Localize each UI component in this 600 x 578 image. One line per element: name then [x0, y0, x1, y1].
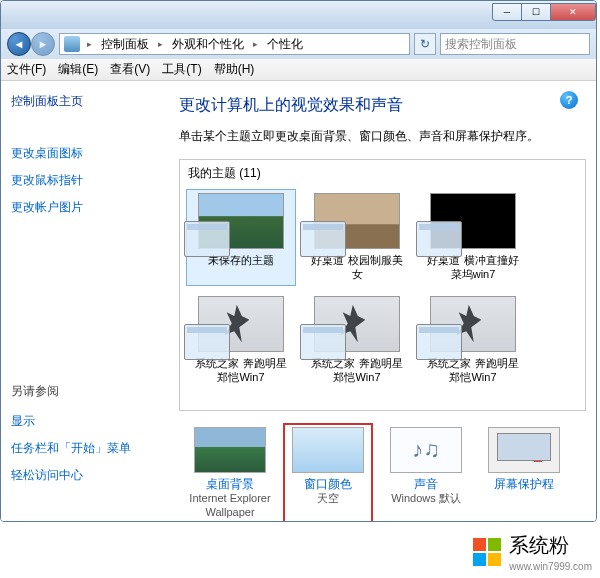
- theme-item[interactable]: 系统之家 奔跑明星郑恺Win7: [186, 292, 296, 389]
- window-preview-icon: [184, 221, 230, 257]
- theme-label: 系统之家 奔跑明星郑恺Win7: [306, 356, 408, 385]
- watermark: 系统粉 www.win7999.com: [473, 532, 592, 572]
- chevron-right-icon: ▸: [155, 39, 166, 49]
- sidebar-link-mouse-pointers[interactable]: 更改鼠标指针: [11, 167, 151, 194]
- menu-bar: 文件(F) 编辑(E) 查看(V) 工具(T) 帮助(H): [1, 59, 596, 81]
- sidebar-home[interactable]: 控制面板主页: [11, 93, 151, 110]
- menu-file[interactable]: 文件(F): [7, 61, 46, 78]
- search-placeholder: 搜索控制面板: [445, 36, 517, 53]
- menu-tools[interactable]: 工具(T): [162, 61, 201, 78]
- theme-item[interactable]: 系统之家 奔跑明星郑恺Win7: [302, 292, 412, 389]
- setting-title: 屏幕保护程: [494, 477, 554, 492]
- breadcrumb[interactable]: ▸ 控制面板 ▸ 外观和个性化 ▸ 个性化: [59, 33, 410, 55]
- setting-screensaver[interactable]: 屏幕保护程: [479, 423, 569, 521]
- refresh-button[interactable]: ↻: [414, 33, 436, 55]
- explorer-window: ─ ☐ ✕ ◄ ► ▸ 控制面板 ▸ 外观和个性化 ▸ 个性化 ↻ 搜索控制面板…: [0, 0, 597, 522]
- window-preview-icon: [416, 221, 462, 257]
- page-subtitle: 单击某个主题立即更改桌面背景、窗口颜色、声音和屏幕保护程序。: [179, 128, 586, 145]
- forward-button[interactable]: ►: [31, 32, 55, 56]
- personalization-icon: [64, 36, 80, 52]
- sidebar-link-desktop-icons[interactable]: 更改桌面图标: [11, 140, 151, 167]
- menu-help[interactable]: 帮助(H): [214, 61, 255, 78]
- setting-value: Internet Explorer Wallpaper: [189, 492, 271, 520]
- main-panel: ? 更改计算机上的视觉效果和声音 单击某个主题立即更改桌面背景、窗口颜色、声音和…: [161, 81, 596, 521]
- setting-title: 声音: [414, 477, 438, 492]
- theme-label: 好桌道 横冲直撞好菜坞win7: [422, 253, 524, 282]
- close-button[interactable]: ✕: [550, 3, 596, 21]
- menu-edit[interactable]: 编辑(E): [58, 61, 98, 78]
- setting-value: 天空: [317, 492, 339, 506]
- see-also-title: 另请参阅: [11, 383, 151, 400]
- setting-sound[interactable]: ♪♫声音Windows 默认: [381, 423, 471, 521]
- themes-header: 我的主题 (11): [180, 160, 585, 187]
- theme-label: 好桌道 校园制服美女: [306, 253, 408, 282]
- theme-item[interactable]: 好桌道 校园制服美女: [302, 189, 412, 286]
- titlebar[interactable]: ─ ☐ ✕: [1, 1, 596, 29]
- minimize-button[interactable]: ─: [492, 3, 522, 21]
- see-also-display[interactable]: 显示: [11, 408, 151, 435]
- content-area: 控制面板主页 更改桌面图标 更改鼠标指针 更改帐户图片 另请参阅 显示 任务栏和…: [1, 81, 596, 521]
- menu-view[interactable]: 查看(V): [110, 61, 150, 78]
- settings-row: 桌面背景Internet Explorer Wallpaper窗口颜色天空♪♫声…: [179, 423, 586, 521]
- sidebar: 控制面板主页 更改桌面图标 更改鼠标指针 更改帐户图片 另请参阅 显示 任务栏和…: [1, 81, 161, 521]
- back-button[interactable]: ◄: [7, 32, 31, 56]
- setting-value: Windows 默认: [391, 492, 461, 506]
- search-input[interactable]: 搜索控制面板: [440, 33, 590, 55]
- logo-icon: [473, 538, 501, 566]
- brand-url: www.win7999.com: [509, 561, 592, 572]
- sidebar-link-account-picture[interactable]: 更改帐户图片: [11, 194, 151, 221]
- brand-text: 系统粉: [509, 532, 592, 559]
- window-preview-icon: [184, 324, 230, 360]
- bg-icon: [194, 427, 266, 473]
- screensaver-icon: [488, 427, 560, 473]
- setting-bg[interactable]: 桌面背景Internet Explorer Wallpaper: [185, 423, 275, 521]
- theme-label: 系统之家 奔跑明星郑恺Win7: [422, 356, 524, 385]
- page-title: 更改计算机上的视觉效果和声音: [179, 95, 586, 116]
- theme-item[interactable]: 未保存的主题: [186, 189, 296, 286]
- chevron-right-icon: ▸: [84, 39, 95, 49]
- address-bar: ◄ ► ▸ 控制面板 ▸ 外观和个性化 ▸ 个性化 ↻ 搜索控制面板: [1, 29, 596, 59]
- theme-label: 未保存的主题: [208, 253, 274, 281]
- theme-item[interactable]: 好桌道 横冲直撞好菜坞win7: [418, 189, 528, 286]
- color-icon: [292, 427, 364, 473]
- window-preview-icon: [300, 221, 346, 257]
- maximize-button[interactable]: ☐: [521, 3, 551, 21]
- theme-item[interactable]: 系统之家 奔跑明星郑恺Win7: [418, 292, 528, 389]
- window-preview-icon: [416, 324, 462, 360]
- see-also-ease-of-access[interactable]: 轻松访问中心: [11, 462, 151, 489]
- window-preview-icon: [300, 324, 346, 360]
- setting-title: 窗口颜色: [304, 477, 352, 492]
- setting-title: 桌面背景: [206, 477, 254, 492]
- see-also-taskbar[interactable]: 任务栏和「开始」菜单: [11, 435, 151, 462]
- theme-label: 系统之家 奔跑明星郑恺Win7: [190, 356, 292, 385]
- crumb-control-panel[interactable]: 控制面板: [99, 35, 151, 54]
- crumb-personalization[interactable]: 个性化: [265, 35, 305, 54]
- crumb-appearance[interactable]: 外观和个性化: [170, 35, 246, 54]
- help-icon[interactable]: ?: [560, 91, 578, 109]
- setting-color[interactable]: 窗口颜色天空: [283, 423, 373, 521]
- chevron-right-icon: ▸: [250, 39, 261, 49]
- themes-grid: 未保存的主题好桌道 校园制服美女好桌道 横冲直撞好菜坞win7系统之家 奔跑明星…: [180, 187, 585, 390]
- sound-icon: ♪♫: [390, 427, 462, 473]
- themes-listbox: 我的主题 (11) 未保存的主题好桌道 校园制服美女好桌道 横冲直撞好菜坞win…: [179, 159, 586, 411]
